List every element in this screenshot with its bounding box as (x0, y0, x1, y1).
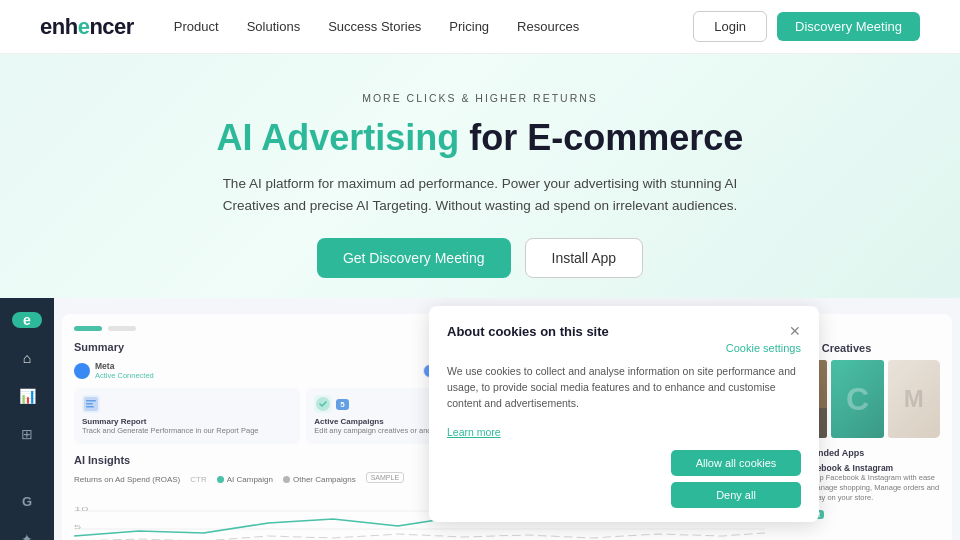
install-app-button[interactable]: Install App (525, 238, 644, 278)
nav-resources[interactable]: Resources (517, 19, 579, 34)
login-button[interactable]: Login (693, 11, 767, 42)
preview-wrapper: e ⌂ 📊 ⊞ G ✦ ∞ About cookies on this site… (0, 298, 960, 540)
svg-rect-2 (86, 403, 93, 405)
ad-creative-2: C (831, 360, 883, 438)
legend-ai: AI Campaign (217, 475, 273, 484)
summary-card-report[interactable]: Summary Report Track and Generate Perfor… (74, 388, 300, 444)
rec-app-desc: Set up Facebook & Instagram with ease to… (802, 473, 940, 502)
hero-buttons: Get Discovery Meeting Install App (40, 238, 920, 278)
campaigns-badge: 5 (336, 399, 348, 410)
cookie-actions: Allow all cookies Deny all (447, 450, 801, 508)
hero-subtitle: The AI platform for maximum ad performan… (220, 173, 740, 216)
hero-section: MORE CLICKS & HIGHER RETURNS AI Advertis… (0, 54, 960, 298)
sidebar-grid-icon[interactable]: ⊞ (13, 426, 41, 442)
sidebar-logo-icon: e (12, 312, 42, 328)
meta-dot (74, 363, 90, 379)
hero-title-highlight: AI Advertising (217, 117, 460, 158)
legend-dot-other (283, 476, 290, 483)
sidebar-home-icon[interactable]: ⌂ (13, 350, 41, 366)
ad-creative-3: M (888, 360, 940, 438)
cookie-banner: About cookies on this site ✕ Cookie sett… (429, 306, 819, 521)
nav-links: Product Solutions Success Stories Pricin… (174, 19, 693, 34)
rec-app-title: Facebook & Instagram (802, 463, 940, 473)
legend-other: Other Campaigns (283, 475, 356, 484)
logo: enhencer (40, 14, 134, 40)
svg-rect-3 (86, 406, 94, 408)
svg-rect-1 (86, 400, 96, 402)
sidebar-star-icon[interactable]: ✦ (13, 531, 41, 540)
meta-sub: Active Connected (95, 371, 154, 380)
tab-indicator-1 (108, 326, 136, 331)
cookie-title: About cookies on this site (447, 324, 609, 339)
report-icon (82, 395, 100, 413)
meta-info: Meta Active Connected (95, 361, 154, 380)
navbar: enhencer Product Solutions Success Stori… (0, 0, 960, 54)
sidebar-g-icon[interactable]: G (13, 494, 41, 509)
sample-label: SAMPLE (366, 472, 404, 483)
deny-cookies-button[interactable]: Deny all (671, 482, 801, 508)
cookie-close-button[interactable]: ✕ (789, 324, 801, 338)
meta-connection: Meta Active Connected (74, 361, 417, 380)
meta-label: Meta (95, 361, 154, 371)
discovery-meeting-button[interactable]: Discovery Meeting (777, 12, 920, 41)
sidebar-chart-icon[interactable]: 📊 (13, 388, 41, 404)
dashboard-content: About cookies on this site ✕ Cookie sett… (54, 298, 960, 540)
hero-eyebrow: MORE CLICKS & HIGHER RETURNS (40, 92, 920, 104)
chart-metric: Returns on Ad Spend (ROAS) (74, 475, 180, 484)
svg-text:5: 5 (74, 524, 82, 531)
nav-pricing[interactable]: Pricing (449, 19, 489, 34)
card-report-desc: Track and Generate Performance in our Re… (82, 426, 292, 437)
legend-label-other: Other Campaigns (293, 475, 356, 484)
allow-cookies-button[interactable]: Allow all cookies (671, 450, 801, 476)
nav-solutions[interactable]: Solutions (247, 19, 300, 34)
legend-dot-ai (217, 476, 224, 483)
campaigns-icon (314, 395, 332, 413)
card-report-title: Summary Report (82, 417, 292, 426)
nav-actions: Login Discovery Meeting (693, 11, 920, 42)
cookie-header: About cookies on this site ✕ Cookie sett… (447, 324, 801, 354)
chart-ctr: CTR (190, 475, 206, 484)
get-meeting-button[interactable]: Get Discovery Meeting (317, 238, 511, 278)
cookie-settings-link[interactable]: Cookie settings (726, 342, 801, 354)
sidebar: e ⌂ 📊 ⊞ G ✦ ∞ (0, 298, 54, 540)
nav-success[interactable]: Success Stories (328, 19, 421, 34)
legend-label-ai: AI Campaign (227, 475, 273, 484)
rec-app-info: Facebook & Instagram Set up Facebook & I… (802, 463, 940, 520)
cookie-learn-more[interactable]: Learn more (447, 426, 501, 438)
cookie-body: We use cookies to collect and analyse in… (447, 364, 801, 411)
svg-text:10: 10 (74, 506, 89, 513)
hero-title: AI Advertising for E-commerce (40, 116, 920, 159)
nav-product[interactable]: Product (174, 19, 219, 34)
hero-title-rest: for E-commerce (459, 117, 743, 158)
tab-indicator-active (74, 326, 102, 331)
